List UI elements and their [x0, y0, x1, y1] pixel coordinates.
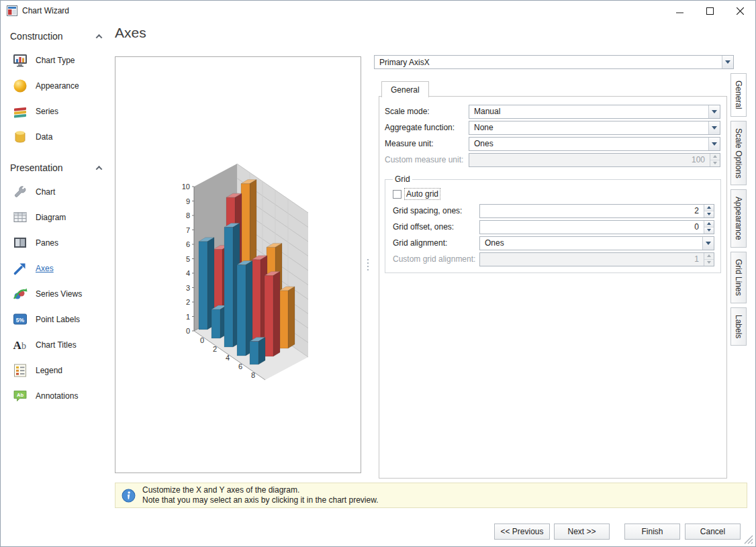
custom-grid-alignment-value: 1: [480, 253, 704, 266]
sidebar-item-legend[interactable]: Legend: [1, 358, 115, 383]
svg-text:8: 8: [251, 371, 255, 379]
side-tab-appearance[interactable]: Appearance: [730, 189, 747, 248]
grid-offset-input[interactable]: 0: [479, 220, 714, 234]
app-icon: [7, 5, 17, 16]
info-line-1: Customize the X and Y axes of the diagra…: [142, 485, 379, 495]
custom-grid-alignment-input: 1: [479, 252, 714, 266]
measure-unit-select[interactable]: Ones: [469, 137, 720, 151]
sidebar-item-annotations[interactable]: AbAnnotations: [1, 383, 115, 409]
chevron-down-icon[interactable]: [708, 121, 720, 134]
chevron-down-icon[interactable]: [708, 105, 720, 118]
sidebar-group-label: Presentation: [10, 162, 63, 173]
sidebar-item-point-labels[interactable]: 5%Point Labels: [1, 307, 115, 332]
side-tab-grid-lines[interactable]: Grid Lines: [730, 252, 747, 303]
grid-alignment-value: Ones: [480, 237, 702, 250]
sidebar-group-label: Construction: [10, 31, 63, 42]
side-tab-scale-options[interactable]: Scale Options: [730, 121, 747, 186]
grid-spacing-label: Grid spacing, ones:: [393, 206, 479, 215]
sidebar-item-label: Legend: [36, 366, 62, 375]
sidebar-item-series[interactable]: Series: [1, 99, 115, 124]
spin-down-icon[interactable]: [704, 211, 714, 217]
measure-unit-label: Measure unit:: [385, 139, 469, 148]
svg-text:2: 2: [213, 345, 217, 353]
scale-mode-value: Manual: [469, 105, 708, 118]
sidebar-group-construction[interactable]: Construction: [1, 25, 115, 48]
spin-down-icon[interactable]: [704, 228, 714, 234]
info-bar: Customize the X and Y axes of the diagra…: [115, 483, 747, 508]
grid-spacing-value: 2: [480, 205, 704, 217]
svg-text:3: 3: [186, 284, 190, 292]
grid-alignment-label: Grid alignment:: [393, 238, 479, 248]
sidebar-item-chart-type[interactable]: Chart Type: [1, 48, 115, 73]
spin-up-icon[interactable]: [704, 221, 714, 228]
sidebar-item-appearance[interactable]: Appearance: [1, 73, 115, 99]
svg-text:5: 5: [186, 255, 190, 263]
aggregate-function-select[interactable]: None: [469, 121, 720, 135]
axis-selector[interactable]: Primary AxisX: [374, 55, 734, 69]
maximize-button[interactable]: [695, 1, 725, 21]
aggregate-function-value: None: [469, 121, 708, 134]
sidebar-item-panes[interactable]: Panes: [1, 230, 115, 256]
tab-general[interactable]: General: [381, 81, 429, 97]
sidebar-item-diagram[interactable]: Diagram: [1, 205, 115, 230]
cancel-button[interactable]: Cancel: [685, 524, 741, 540]
grid-group-label: Grid: [393, 175, 412, 184]
series-views-icon: [12, 286, 28, 302]
info-icon: [122, 489, 136, 503]
side-tab-general[interactable]: General: [730, 73, 747, 117]
data-icon: [12, 129, 28, 145]
spin-up-icon[interactable]: [704, 205, 714, 211]
sidebar-item-label: Point Labels: [36, 315, 80, 324]
splitter-handle[interactable]: [363, 56, 373, 473]
sidebar-item-series-views[interactable]: Series Views: [1, 281, 115, 307]
next-button[interactable]: Next >>: [554, 524, 610, 540]
sidebar-item-label: Series: [36, 107, 58, 116]
auto-grid-label: Auto grid: [405, 189, 440, 199]
sidebar-item-data[interactable]: Data: [1, 124, 115, 150]
sidebar-item-label: Appearance: [36, 81, 79, 91]
sidebar-item-label: Chart: [36, 187, 55, 197]
svg-text:A: A: [13, 339, 22, 352]
grid-alignment-select[interactable]: Ones: [479, 236, 714, 250]
custom-measure-unit-input: 100: [469, 153, 720, 167]
chart-preview-svg[interactable]: 01234567891002468: [115, 57, 361, 473]
finish-button[interactable]: Finish: [624, 524, 680, 540]
minimize-button[interactable]: [665, 1, 695, 21]
info-text: Customize the X and Y axes of the diagra…: [142, 485, 379, 505]
side-tab-labels[interactable]: Labels: [730, 307, 747, 346]
sidebar-item-axes[interactable]: Axes: [1, 256, 115, 281]
custom-grid-alignment-label: Custom grid alignment:: [393, 254, 479, 264]
sidebar-item-chart[interactable]: Chart: [1, 179, 115, 205]
sidebar-item-label: Axes: [36, 264, 54, 273]
sidebar-item-label: Data: [36, 132, 52, 142]
sidebar-item-chart-titles[interactable]: AbChart Titles: [1, 332, 115, 358]
chevron-down-icon[interactable]: [722, 56, 733, 68]
resize-grip[interactable]: [744, 535, 753, 544]
chart-preview-panel[interactable]: 01234567891002468: [115, 56, 361, 473]
chart-icon: [12, 184, 28, 200]
auto-grid-checkbox[interactable]: [393, 190, 401, 199]
appearance-icon: [12, 78, 28, 94]
svg-text:5%: 5%: [16, 317, 25, 324]
previous-button[interactable]: << Previous: [494, 524, 550, 540]
spin-down-icon: [710, 160, 720, 166]
sidebar-item-label: Panes: [36, 238, 58, 248]
point-labels-icon: 5%: [12, 311, 28, 328]
auto-grid-checkbox-row[interactable]: Auto grid: [391, 185, 714, 203]
sidebar: ConstructionChart TypeAppearanceSeriesDa…: [1, 22, 115, 546]
grid-spacing-input[interactable]: 2: [479, 204, 714, 218]
close-button[interactable]: [725, 1, 755, 21]
svg-text:9: 9: [186, 197, 190, 205]
sidebar-group-presentation[interactable]: Presentation: [1, 156, 115, 179]
window-controls: [665, 1, 755, 21]
aggregate-function-label: Aggregate function:: [385, 123, 469, 132]
axis-selector-value: Primary AxisX: [375, 56, 722, 68]
chevron-down-icon[interactable]: [708, 138, 720, 150]
chart-titles-icon: Ab: [12, 337, 28, 353]
custom-measure-unit-value: 100: [469, 154, 710, 166]
chevron-down-icon[interactable]: [702, 237, 714, 250]
window-title: Chart Wizard: [22, 6, 69, 15]
chevron-up-icon: [96, 34, 103, 40]
scale-mode-select[interactable]: Manual: [469, 105, 720, 119]
page-title: Axes: [115, 25, 146, 41]
